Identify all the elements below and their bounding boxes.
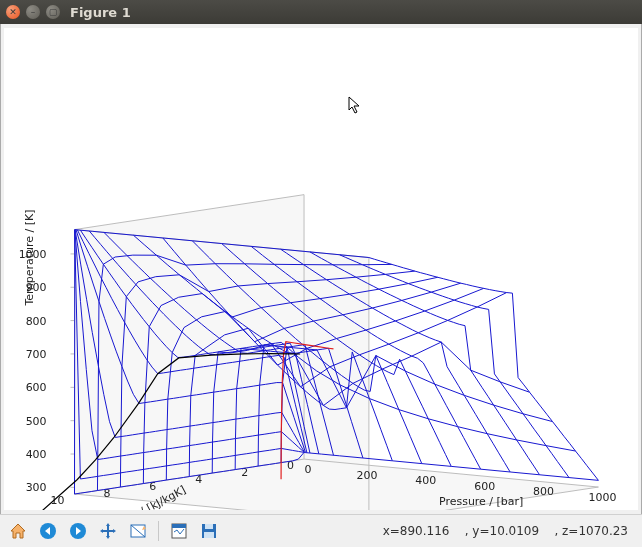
svg-text:400: 400 <box>415 474 436 487</box>
status-y-label: , y= <box>465 524 490 538</box>
svg-text:400: 400 <box>26 448 47 461</box>
back-icon <box>38 521 58 541</box>
window-buttons: ✕ – ▢ <box>6 5 60 19</box>
close-button[interactable]: ✕ <box>6 5 20 19</box>
toolbar: x=890.116 , y=10.0109 , z=1070.23 <box>0 514 642 547</box>
window-title: Figure 1 <box>70 5 131 20</box>
save-button[interactable] <box>197 519 221 543</box>
plot-canvas[interactable]: 3004005006007008009001000Temperature / [… <box>4 28 638 510</box>
status-x-label: x= <box>383 524 400 538</box>
svg-text:800: 800 <box>533 485 554 498</box>
svg-text:0: 0 <box>305 463 312 476</box>
figure-window: ✕ – ▢ Figure 1 3004005006007008009001000… <box>0 0 642 547</box>
svg-rect-32 <box>205 524 213 529</box>
svg-rect-30 <box>172 524 186 528</box>
toolbar-separator <box>158 521 159 541</box>
svg-text:300: 300 <box>26 481 47 494</box>
minimize-button[interactable]: – <box>26 5 40 19</box>
svg-text:1000: 1000 <box>588 491 616 504</box>
axes-3d[interactable]: 3004005006007008009001000Temperature / [… <box>4 28 638 510</box>
forward-icon <box>68 521 88 541</box>
home-icon <box>8 521 28 541</box>
subplots-button[interactable] <box>167 519 191 543</box>
status-z-label: , z= <box>554 524 578 538</box>
maximize-button[interactable]: ▢ <box>46 5 60 19</box>
status-x: 890.116 <box>400 524 450 538</box>
svg-text:700: 700 <box>26 348 47 361</box>
svg-text:200: 200 <box>356 469 377 482</box>
back-button[interactable] <box>36 519 60 543</box>
subplots-icon <box>169 521 189 541</box>
pan-button[interactable] <box>96 519 120 543</box>
save-icon <box>199 521 219 541</box>
svg-text:500: 500 <box>26 415 47 428</box>
coordinate-readout: x=890.116 , y=10.0109 , z=1070.23 <box>360 510 636 547</box>
svg-text:600: 600 <box>26 381 47 394</box>
status-z: 1070.23 <box>578 524 628 538</box>
zoom-button[interactable] <box>126 519 150 543</box>
svg-text:800: 800 <box>26 315 47 328</box>
svg-rect-33 <box>204 532 214 538</box>
home-button[interactable] <box>6 519 30 543</box>
titlebar[interactable]: ✕ – ▢ Figure 1 <box>0 0 642 24</box>
svg-text:10: 10 <box>51 494 65 507</box>
pan-icon <box>98 521 118 541</box>
svg-text:Pressure / [bar]: Pressure / [bar] <box>439 495 523 508</box>
status-y: 10.0109 <box>490 524 540 538</box>
svg-text:Temperature / [K]: Temperature / [K] <box>23 210 36 307</box>
svg-text:600: 600 <box>474 480 495 493</box>
zoom-icon <box>128 521 148 541</box>
forward-button[interactable] <box>66 519 90 543</box>
